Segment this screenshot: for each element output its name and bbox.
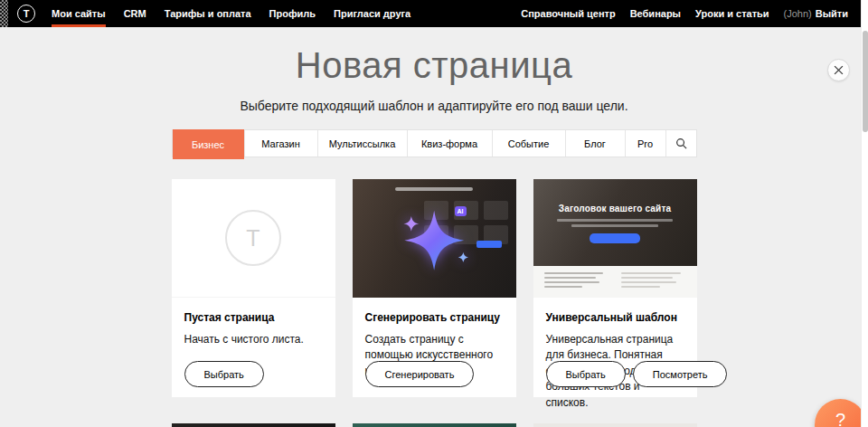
card-body: Универсальный шаблон Универсальная стран… — [533, 298, 697, 411]
scrollbar-thumb[interactable] — [863, 31, 868, 132]
menu-item-tariffs[interactable]: Тарифы и оплата — [156, 0, 260, 27]
choose-blank-button[interactable]: Выбрать — [184, 361, 264, 387]
thumbnail-blue-button — [476, 241, 502, 248]
thumbnail-caption-bar — [395, 187, 473, 191]
menu-item-my-sites[interactable]: Мои сайты — [42, 0, 115, 27]
thumbnail-hero: Заголовок вашего сайта — [533, 179, 697, 266]
card-description: Начать с чистого листа. — [184, 332, 323, 347]
card-title: Универсальный шаблон — [546, 311, 684, 324]
thumbnail-text-section — [533, 266, 697, 298]
card-buttons: Выбрать — [184, 361, 264, 387]
template-card[interactable] — [172, 423, 335, 427]
tab-search[interactable] — [665, 130, 696, 157]
ai-sparkle-icon — [396, 203, 479, 277]
link-webinars[interactable]: Вебинары — [623, 0, 688, 27]
card-title: Сгенерировать страницу — [365, 311, 504, 324]
thumbnail-site-title: Заголовок вашего сайта — [533, 204, 697, 214]
choose-universal-button[interactable]: Выбрать — [546, 361, 626, 387]
thumbnail-text-line — [557, 219, 673, 222]
new-page-dialog: Новая страница Выберите подходящий шабло… — [0, 45, 868, 427]
menu-item-crm[interactable]: CRM — [115, 0, 156, 27]
close-button[interactable] — [827, 59, 850, 81]
template-card-universal: Заголовок вашего сайта Универсальный шаб… — [533, 179, 697, 397]
menu-item-invite-friend[interactable]: Пригласи друга — [325, 0, 420, 27]
logout-link[interactable]: Выйти — [814, 0, 855, 27]
template-thumbnail[interactable] — [533, 423, 697, 427]
preview-universal-button[interactable]: Посмотреть — [633, 361, 728, 387]
main-menu: Мои сайты CRM Тарифы и оплата Профиль Пр… — [42, 0, 420, 27]
template-card[interactable] — [533, 423, 697, 427]
tab-quiz-form[interactable]: Квиз-форма — [407, 130, 492, 157]
secondary-menu: Справочный центр Вебинары Уроки и статьи… — [514, 0, 855, 27]
template-thumbnail[interactable] — [172, 423, 335, 427]
template-cards-row-2 — [172, 423, 697, 427]
user-name: (John) — [777, 0, 814, 27]
close-icon — [834, 65, 844, 75]
tab-pro[interactable]: Pro — [625, 130, 665, 157]
link-lessons-articles[interactable]: Уроки и статьи — [688, 0, 777, 27]
tab-blog[interactable]: Блог — [565, 130, 625, 157]
tab-event[interactable]: Событие — [492, 130, 565, 157]
scrollbar[interactable] — [861, 0, 868, 427]
tab-multilink[interactable]: Мультиссылка — [317, 130, 407, 157]
topbar: T Мои сайты CRM Тарифы и оплата Профиль … — [0, 0, 868, 27]
thumbnail-text-column — [621, 272, 686, 291]
template-card[interactable] — [353, 423, 516, 427]
template-thumbnail[interactable] — [353, 423, 516, 427]
checkered-corner-texture — [0, 0, 8, 27]
template-thumbnail-universal[interactable]: Заголовок вашего сайта — [533, 179, 697, 298]
template-thumbnail-ai[interactable]: AI — [353, 179, 516, 298]
tilda-logo[interactable]: T — [17, 5, 35, 23]
page-subtitle: Выберите подходящий шаблон и адаптируйте… — [0, 99, 868, 113]
template-card-blank: T Пустая страница Начать с чистого листа… — [172, 179, 335, 397]
tab-business[interactable]: Бизнес — [173, 129, 244, 159]
tab-store[interactable]: Магазин — [244, 130, 317, 157]
card-title: Пустая страница — [184, 311, 323, 324]
search-icon — [675, 138, 687, 149]
template-card-ai: AI Сгенерировать страницу Создать страни… — [353, 179, 516, 397]
menu-item-profile[interactable]: Профиль — [260, 0, 325, 27]
generate-button[interactable]: Сгенерировать — [365, 361, 475, 387]
template-cards-row-1: T Пустая страница Начать с чистого листа… — [172, 179, 697, 397]
tilda-logo-placeholder: T — [225, 210, 281, 266]
thumbnail-text-column — [544, 272, 609, 291]
card-buttons: Сгенерировать — [365, 361, 475, 387]
template-thumbnail-blank[interactable]: T — [172, 179, 335, 298]
page-title: Новая страница — [0, 45, 868, 86]
card-body: Пустая страница Начать с чистого листа. — [172, 298, 335, 347]
template-category-tabs: Бизнес Магазин Мультиссылка Квиз-форма С… — [172, 129, 697, 157]
card-buttons: Выбрать Посмотреть — [546, 361, 728, 387]
thumbnail-blue-button — [590, 233, 640, 243]
thumbnail-text-line — [571, 224, 658, 227]
link-help-center[interactable]: Справочный центр — [514, 0, 622, 27]
ai-badge: AI — [455, 206, 467, 216]
